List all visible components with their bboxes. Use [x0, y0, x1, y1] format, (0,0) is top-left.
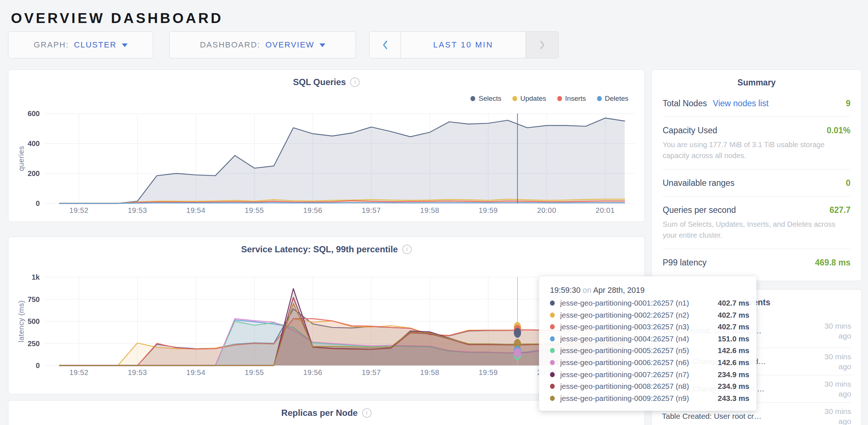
info-icon[interactable] [362, 408, 372, 418]
svg-text:19:53: 19:53 [128, 206, 147, 214]
tooltip-node-name: jesse-geo-partitioning-0003:26257 (n3) [560, 322, 718, 331]
tooltip-row: jesse-geo-partitioning-0006:26257 (n6)14… [550, 358, 745, 367]
svg-text:19:54: 19:54 [186, 206, 206, 214]
svg-text:19:56: 19:56 [303, 368, 322, 376]
tooltip-row: jesse-geo-partitioning-0008:26257 (n8)23… [550, 382, 745, 391]
svg-text:19:57: 19:57 [362, 206, 381, 214]
sql-queries-chart[interactable]: 19:5219:5319:5419:5519:5619:5719:5819:59… [8, 70, 645, 222]
graph-dropdown-value: CLUSTER [74, 40, 117, 50]
tooltip-row: jesse-geo-partitioning-0007:26257 (n7)23… [550, 370, 745, 379]
graph-dropdown[interactable]: GRAPH: CLUSTER [8, 31, 153, 58]
series-color-dot [550, 300, 555, 306]
chevron-right-icon [539, 40, 545, 50]
tooltip-node-value: 142.6 ms [718, 346, 749, 355]
page-title: OVERVIEW DASHBOARD [11, 10, 223, 26]
time-window-prev-button[interactable] [369, 32, 401, 58]
svg-text:400: 400 [28, 139, 40, 148]
summary-row-value: 469.8 ms [815, 258, 850, 268]
tooltip-node-name: jesse-geo-partitioning-0005:26257 (n5) [560, 346, 718, 355]
svg-text:19:57: 19:57 [362, 368, 381, 376]
tooltip-node-value: 234.9 ms [718, 382, 749, 391]
svg-text:latency (ms): latency (ms) [17, 300, 25, 342]
series-color-dot [550, 348, 555, 353]
summary-row: Unavailable ranges0 [663, 169, 850, 196]
svg-text:19:58: 19:58 [420, 206, 439, 214]
svg-text:0: 0 [36, 361, 40, 370]
summary-row: Total NodesView nodes list9 [663, 90, 850, 117]
summary-row-value: 627.7 [829, 205, 850, 215]
summary-card: Summary Total NodesView nodes list9Capac… [651, 69, 862, 281]
series-color-dot [550, 396, 555, 401]
svg-text:queries: queries [17, 146, 25, 171]
view-nodes-list-link[interactable]: View nodes list [713, 99, 768, 108]
summary-row-value: 0.01% [827, 126, 850, 135]
svg-text:19:59: 19:59 [478, 206, 498, 214]
svg-text:750: 750 [28, 295, 40, 303]
svg-text:0: 0 [36, 199, 40, 207]
chevron-down-icon [319, 43, 325, 47]
series-color-dot [550, 336, 555, 341]
summary-row-label: Total Nodes [663, 99, 707, 108]
event-time: 30 mins ago [810, 352, 851, 371]
svg-text:19:52: 19:52 [69, 206, 89, 214]
summary-row-label: Queries per second [663, 205, 736, 215]
series-color-dot [550, 313, 555, 318]
summary-rows: Total NodesView nodes list9Capacity Used… [663, 90, 850, 276]
summary-row: P99 latency469.8 ms [663, 249, 850, 276]
summary-heading: Summary [652, 70, 861, 88]
sql-queries-card: SQL Queries SelectsUpdatesInsertsDeletes… [8, 69, 645, 222]
svg-text:500: 500 [28, 317, 40, 325]
svg-text:19:55: 19:55 [245, 368, 264, 376]
graph-dropdown-label: GRAPH: [34, 40, 69, 50]
summary-row-value: 9 [846, 99, 850, 108]
series-color-dot [550, 372, 555, 377]
overview-dashboard-page: OVERVIEW DASHBOARD GRAPH: CLUSTER DASHBO… [0, 0, 868, 425]
series-color-dot [550, 360, 555, 365]
tooltip-node-name: jesse-geo-partitioning-0009:26257 (n9) [560, 394, 718, 403]
tooltip-row: jesse-geo-partitioning-0009:26257 (n9)24… [550, 394, 745, 403]
dashboard-dropdown-value: OVERVIEW [266, 40, 314, 50]
event-time: 30 mins ago [810, 406, 851, 425]
event-time: 30 mins ago [810, 321, 851, 341]
series-color-dot [550, 384, 555, 389]
dashboard-dropdown[interactable]: DASHBOARD: OVERVIEW [169, 31, 356, 58]
tooltip-row: jesse-geo-partitioning-0004:26257 (n4)15… [550, 334, 745, 343]
tooltip-node-name: jesse-geo-partitioning-0007:26257 (n7) [560, 370, 718, 379]
svg-text:19:55: 19:55 [245, 206, 264, 214]
tooltip-node-name: jesse-geo-partitioning-0001:26257 (n1) [560, 299, 718, 307]
tooltip-node-name: jesse-geo-partitioning-0008:26257 (n8) [560, 382, 718, 391]
event-title: Table Created: User root cr… [662, 412, 762, 421]
event-time: 30 mins ago [810, 379, 851, 399]
replicas-per-node-title: Replicas per Node [281, 408, 357, 418]
time-window-next-button[interactable] [526, 32, 558, 58]
svg-text:1k: 1k [32, 273, 40, 281]
tooltip-node-name: jesse-geo-partitioning-0006:26257 (n6) [560, 358, 718, 367]
tooltip-node-value: 402.7 ms [718, 311, 749, 319]
time-window-label[interactable]: LAST 10 MIN [401, 32, 526, 58]
tooltip-row: jesse-geo-partitioning-0001:26257 (n1)40… [550, 299, 745, 307]
tooltip-node-name: jesse-geo-partitioning-0002:26257 (n2) [560, 311, 718, 319]
time-window-selector: LAST 10 MIN [369, 31, 559, 58]
svg-text:20:01: 20:01 [596, 206, 615, 214]
svg-text:19:56: 19:56 [303, 206, 322, 214]
tooltip-node-value: 151.0 ms [718, 334, 749, 343]
svg-text:250: 250 [28, 340, 40, 348]
svg-text:19:53: 19:53 [128, 368, 147, 376]
summary-row-label: Capacity Used [663, 126, 717, 135]
summary-row-label: P99 latency [663, 258, 706, 268]
summary-row-description: You are using 177.7 MiB of 3.1 TiB usabl… [663, 139, 850, 161]
chevron-left-icon [382, 40, 388, 50]
summary-row: Queries per second627.7Sum of Selects, U… [663, 196, 850, 249]
tooltip-node-value: 142.6 ms [718, 358, 749, 367]
tooltip-node-name: jesse-geo-partitioning-0004:26257 (n4) [560, 334, 718, 343]
series-color-dot [550, 324, 555, 329]
svg-text:200: 200 [28, 169, 40, 177]
tooltip-node-value: 243.3 ms [718, 394, 749, 403]
summary-row-description: Sum of Selects, Updates, Inserts, and De… [663, 219, 850, 241]
summary-row: Capacity Used0.01%You are using 177.7 Mi… [663, 117, 850, 169]
dashboard-dropdown-label: DASHBOARD: [200, 40, 260, 50]
tooltip-row: jesse-geo-partitioning-0005:26257 (n5)14… [550, 346, 745, 355]
chart-hover-tooltip: 19:59:30 on Apr 28th, 2019 jesse-geo-par… [539, 276, 756, 411]
svg-text:20:00: 20:00 [537, 206, 557, 214]
svg-text:19:54: 19:54 [186, 368, 206, 376]
